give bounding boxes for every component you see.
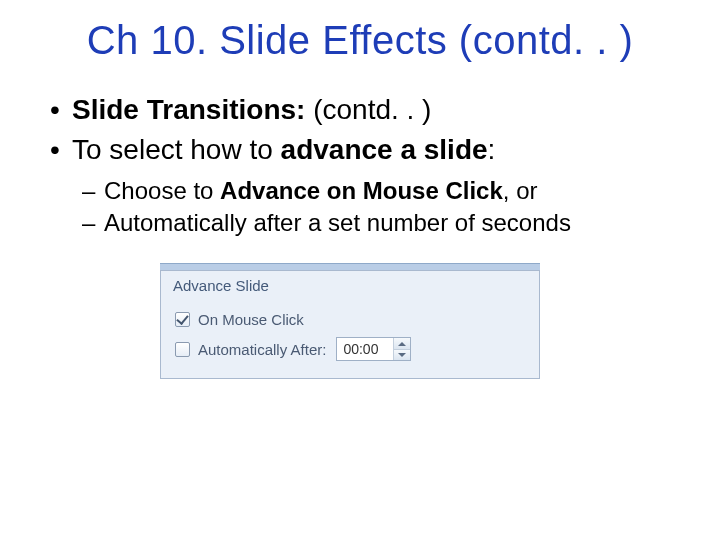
time-input[interactable]: 00:00: [336, 337, 411, 361]
slide-title: Ch 10. Slide Effects (contd. . ): [40, 18, 680, 63]
panel-options: On Mouse Click Automatically After: 00:0…: [161, 302, 539, 378]
bullet-1: Slide Transitions: (contd. . ): [50, 91, 680, 129]
sub-bullet-2: Automatically after a set number of seco…: [82, 207, 680, 239]
sub1-post: , or: [503, 177, 538, 204]
slide: Ch 10. Slide Effects (contd. . ) Slide T…: [0, 0, 720, 540]
advance-slide-panel: Advance Slide On Mouse Click Automatical…: [160, 263, 540, 379]
bullet-2: To select how to advance a slide:: [50, 131, 680, 169]
bullet-1-bold: Slide Transitions:: [72, 94, 313, 125]
time-value[interactable]: 00:00: [337, 338, 393, 360]
spinner-down[interactable]: [394, 349, 410, 361]
spinner-up[interactable]: [394, 338, 410, 349]
label-automatically-after: Automatically After:: [198, 341, 326, 358]
option-on-mouse-click[interactable]: On Mouse Click: [175, 304, 529, 334]
sub1-pre: Choose to: [104, 177, 220, 204]
label-on-mouse-click: On Mouse Click: [198, 311, 304, 328]
bullet-2-post: :: [488, 134, 496, 165]
sub1-bold: Advance on Mouse Click: [220, 177, 503, 204]
bullet-1-rest: (contd. . ): [313, 94, 431, 125]
panel-header: Advance Slide: [161, 271, 539, 302]
ribbon-strip: [160, 263, 540, 270]
time-spinner[interactable]: [393, 338, 410, 360]
panel-body-box: Advance Slide On Mouse Click Automatical…: [160, 270, 540, 379]
option-automatically-after[interactable]: Automatically After: 00:00: [175, 334, 529, 364]
chevron-up-icon: [398, 342, 406, 346]
bullet-list: Slide Transitions: (contd. . ) To select…: [40, 91, 680, 169]
sub-bullet-list: Choose to Advance on Mouse Click, or Aut…: [40, 175, 680, 240]
chevron-down-icon: [398, 353, 406, 357]
checkbox-automatically-after[interactable]: [175, 342, 190, 357]
bullet-2-pre: To select how to: [72, 134, 281, 165]
checkbox-on-mouse-click[interactable]: [175, 312, 190, 327]
sub-bullet-1: Choose to Advance on Mouse Click, or: [82, 175, 680, 207]
bullet-2-bold: advance a slide: [281, 134, 488, 165]
